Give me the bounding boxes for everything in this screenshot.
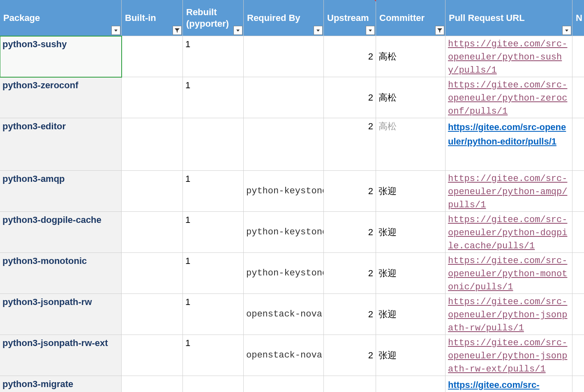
filter-dropdown-icon[interactable] xyxy=(173,26,182,35)
next-cell[interactable] xyxy=(572,376,584,392)
next-cell[interactable] xyxy=(572,294,584,335)
upstream-cell[interactable]: 2 xyxy=(324,118,376,171)
builtin-cell[interactable] xyxy=(122,335,183,376)
committer-cell[interactable]: 高松 xyxy=(376,36,446,77)
package-cell[interactable]: python3-monotonic xyxy=(0,253,122,294)
column-header-package[interactable]: Package xyxy=(0,0,122,36)
rebuilt-cell[interactable] xyxy=(183,118,244,171)
package-cell[interactable]: python3-dogpile-cache xyxy=(0,212,122,253)
required-by-cell[interactable] xyxy=(244,376,324,392)
pr-url-link[interactable]: https://gitee.com/src-openeuler/python-e… xyxy=(448,120,570,149)
pr-url-cell[interactable]: https://gitee.com/src-openeuler/python-j… xyxy=(446,335,572,376)
builtin-cell[interactable] xyxy=(122,253,183,294)
pr-url-cell[interactable]: https://gitee.com/src-openeuler/python-e… xyxy=(446,118,572,171)
column-header-rebuilt[interactable]: Rebuilt (pyporter) xyxy=(183,0,244,36)
pr-url-link[interactable]: https://gitee.com/src-openeuler/python-z… xyxy=(448,79,570,118)
package-cell[interactable]: python3-amqp xyxy=(0,171,122,212)
pr-url-cell[interactable]: https://gitee.com/src-openeuler/python-z… xyxy=(446,77,572,118)
required-by-cell[interactable]: openstack-nova xyxy=(244,294,324,335)
upstream-cell[interactable]: 2 xyxy=(324,171,376,212)
pr-url-link[interactable]: https://gitee.com/src- xyxy=(448,378,539,392)
next-cell[interactable] xyxy=(572,171,584,212)
committer-cell[interactable]: 张迎 xyxy=(376,212,446,253)
builtin-cell[interactable] xyxy=(122,36,183,77)
rebuilt-cell[interactable]: 1 xyxy=(183,253,244,294)
upstream-cell[interactable]: 2 xyxy=(324,253,376,294)
pr-url-link[interactable]: https://gitee.com/src-openeuler/python-m… xyxy=(448,254,570,294)
column-header-upstream[interactable]: Upstream xyxy=(324,0,376,36)
pr-url-link[interactable]: https://gitee.com/src-openeuler/python-s… xyxy=(448,38,570,77)
pr-url-link[interactable]: https://gitee.com/src-openeuler/python-a… xyxy=(448,172,570,212)
required-by-cell[interactable]: openstack-nova xyxy=(244,335,324,376)
pr-url-cell[interactable]: https://gitee.com/src-openeuler/python-m… xyxy=(446,253,572,294)
next-cell[interactable] xyxy=(572,253,584,294)
package-cell[interactable]: python3-sushy xyxy=(0,36,122,77)
column-header-label: Rebuilt (pyporter) xyxy=(186,7,240,29)
committer-cell[interactable]: 高松 xyxy=(376,77,446,118)
rebuilt-cell[interactable]: 1 xyxy=(183,294,244,335)
builtin-cell[interactable] xyxy=(122,212,183,253)
builtin-cell[interactable] xyxy=(122,376,183,392)
next-cell[interactable] xyxy=(572,77,584,118)
upstream-cell[interactable] xyxy=(324,376,376,392)
upstream-cell[interactable]: 2 xyxy=(324,335,376,376)
filter-dropdown-icon[interactable] xyxy=(111,26,120,35)
committer-cell[interactable]: 张迎 xyxy=(376,171,446,212)
package-cell[interactable]: python3-editor xyxy=(0,118,122,171)
pr-url-link[interactable]: https://gitee.com/src-openeuler/python-j… xyxy=(448,296,570,335)
rebuilt-cell[interactable]: 1 xyxy=(183,212,244,253)
upstream-cell[interactable]: 2 xyxy=(324,77,376,118)
next-cell[interactable] xyxy=(572,118,584,171)
pr-url-link[interactable]: https://gitee.com/src-openeuler/python-d… xyxy=(448,213,570,253)
committer-cell[interactable]: 张迎 xyxy=(376,294,446,335)
pr-url-cell[interactable]: https://gitee.com/src- xyxy=(446,376,572,392)
builtin-cell[interactable] xyxy=(122,294,183,335)
filter-dropdown-icon[interactable] xyxy=(562,26,571,35)
column-header-required_by[interactable]: Required By xyxy=(244,0,324,36)
committer-cell[interactable]: 张迎 xyxy=(376,335,446,376)
required-by-cell[interactable] xyxy=(244,36,324,77)
upstream-cell[interactable]: 2 xyxy=(324,36,376,77)
pr-url-cell[interactable]: https://gitee.com/src-openeuler/python-d… xyxy=(446,212,572,253)
package-cell[interactable]: python3-jsonpath-rw-ext xyxy=(0,335,122,376)
column-header-label: N xyxy=(576,12,582,24)
rebuilt-cell[interactable]: 1 xyxy=(183,171,244,212)
rebuilt-cell[interactable]: 1 xyxy=(183,335,244,376)
rebuilt-cell[interactable]: 1 xyxy=(183,77,244,118)
required-by-cell[interactable]: python-keystone xyxy=(244,212,324,253)
next-cell[interactable] xyxy=(572,36,584,77)
pr-url-cell[interactable]: https://gitee.com/src-openeuler/python-s… xyxy=(446,36,572,77)
committer-cell[interactable]: 高松 xyxy=(376,118,446,171)
committer-cell[interactable] xyxy=(376,376,446,392)
pr-url-cell[interactable]: https://gitee.com/src-openeuler/python-j… xyxy=(446,294,572,335)
rebuilt-cell[interactable]: 1 xyxy=(183,36,244,77)
column-header-label: Package xyxy=(3,12,40,24)
required-by-cell[interactable]: python-keystone xyxy=(244,171,324,212)
pr-url-cell[interactable]: https://gitee.com/src-openeuler/python-a… xyxy=(446,171,572,212)
next-cell[interactable] xyxy=(572,212,584,253)
package-cell[interactable]: python3-jsonpath-rw xyxy=(0,294,122,335)
package-cell[interactable]: python3-zeroconf xyxy=(0,77,122,118)
column-header-next[interactable]: N xyxy=(572,0,584,36)
required-by-cell[interactable] xyxy=(244,118,324,171)
upstream-cell[interactable]: 2 xyxy=(324,212,376,253)
filter-dropdown-icon[interactable] xyxy=(366,26,375,35)
required-by-cell[interactable] xyxy=(244,77,324,118)
filter-dropdown-icon[interactable] xyxy=(314,26,323,35)
column-header-builtin[interactable]: Built-in xyxy=(122,0,183,36)
builtin-cell[interactable] xyxy=(122,171,183,212)
rebuilt-cell[interactable] xyxy=(183,376,244,392)
column-header-label: Committer xyxy=(379,12,425,24)
filter-dropdown-icon[interactable] xyxy=(233,26,242,35)
filter-dropdown-icon[interactable] xyxy=(435,26,444,35)
required-by-cell[interactable]: python-keystone xyxy=(244,253,324,294)
committer-cell[interactable]: 张迎 xyxy=(376,253,446,294)
builtin-cell[interactable] xyxy=(122,77,183,118)
column-header-committer[interactable]: Committer xyxy=(376,0,446,36)
next-cell[interactable] xyxy=(572,335,584,376)
upstream-cell[interactable]: 2 xyxy=(324,294,376,335)
pr-url-link[interactable]: https://gitee.com/src-openeuler/python-j… xyxy=(448,337,570,376)
column-header-pr_url[interactable]: Pull Request URL xyxy=(446,0,572,36)
package-cell[interactable]: python3-migrate xyxy=(0,376,122,392)
builtin-cell[interactable] xyxy=(122,118,183,171)
